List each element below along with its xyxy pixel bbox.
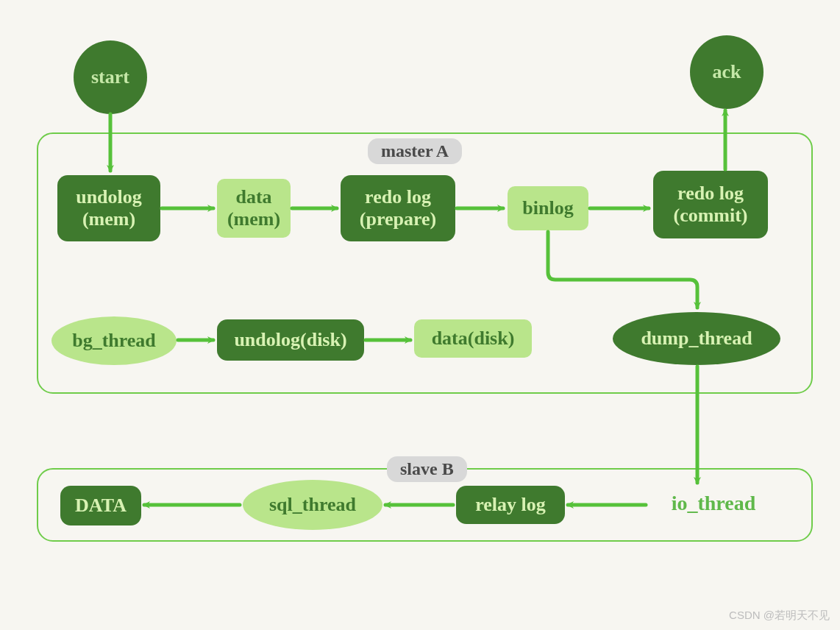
data-mem: data (mem) (217, 179, 291, 238)
start-node: start (74, 40, 147, 114)
bg-thread: bg_thread (51, 316, 177, 365)
ack-node: ack (690, 35, 764, 109)
redolog-prepare: redo log (prepare) (341, 175, 455, 241)
watermark: CSDN @若明天不见 (729, 609, 830, 623)
master-label: master A (368, 138, 462, 164)
undolog-mem: undolog (mem) (57, 175, 160, 241)
binlog-node: binlog (508, 186, 588, 230)
data-disk: data(disk) (414, 319, 532, 358)
sql-thread: sql_thread (243, 480, 382, 530)
dump-thread: dump_thread (613, 312, 780, 365)
relay-log: relay log (456, 486, 565, 524)
undolog-disk: undolog(disk) (217, 319, 364, 361)
redolog-commit: redo log (commit) (653, 171, 768, 238)
data-final: DATA (60, 486, 141, 525)
io-thread: io_thread (651, 487, 776, 520)
slave-label: slave B (387, 456, 467, 482)
